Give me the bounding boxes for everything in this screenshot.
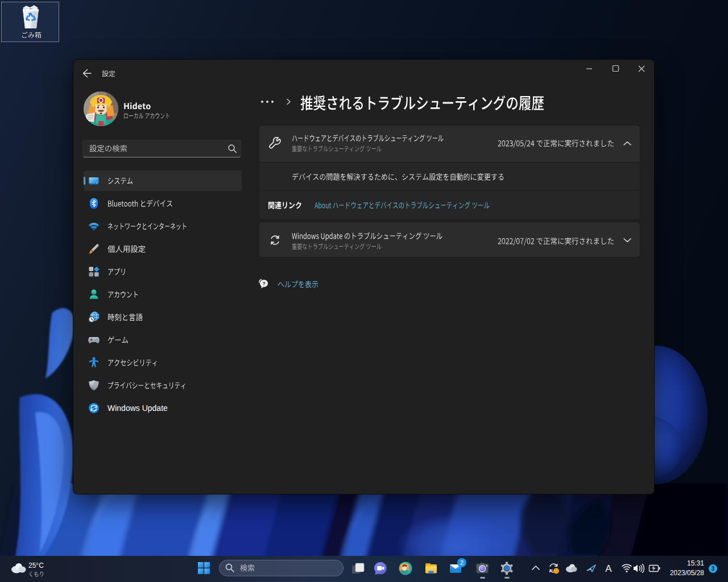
svg-text:A: A	[605, 563, 612, 574]
svg-text:?: ?	[262, 281, 266, 286]
